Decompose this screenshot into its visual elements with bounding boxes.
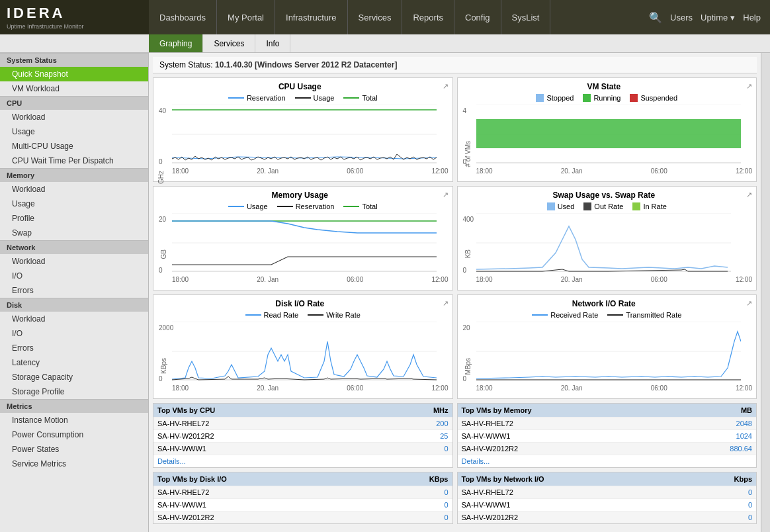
table-unit-cpu: MHz xyxy=(433,406,449,414)
chart-grid-row2: ↗ Memory Usage Usage Reservation Total xyxy=(153,186,757,290)
legend-line-usage xyxy=(295,97,311,99)
sidebar-item-power-states[interactable]: Power States xyxy=(0,442,148,457)
table-row-mem-2: SA-HV-WWW1 1024 xyxy=(458,429,757,442)
table-header-memory: Top VMs by Memory MB xyxy=(458,404,757,417)
legend-box-suspended xyxy=(630,94,638,102)
table-header-network: Top VMs by Network I/O Kbps xyxy=(458,472,757,486)
sidebar-item-memory-profile[interactable]: Profile xyxy=(0,211,148,226)
chart-legend-swap: Used Out Rate In Rate xyxy=(462,202,753,210)
sidebar-item-disk-workload[interactable]: Workload xyxy=(0,312,148,326)
legend-cpu-usage: Usage xyxy=(295,94,335,102)
table-top-cpu: Top VMs by CPU MHz SA-HV-RHEL72 200 SA-H… xyxy=(153,403,453,468)
sidebar-item-service-metrics[interactable]: Service Metrics xyxy=(0,457,148,471)
scrollbar[interactable] xyxy=(761,53,770,532)
nav-syslist[interactable]: SysList xyxy=(501,0,551,34)
sidebar-item-storage-profile[interactable]: Storage Profile xyxy=(0,384,148,399)
nav-help[interactable]: Help xyxy=(743,13,761,22)
sidebar-item-cpu-workload[interactable]: Workload xyxy=(0,110,148,124)
vm-x-labels: 18:00 20. Jan 06:00 12:00 xyxy=(476,167,753,175)
search-icon[interactable]: 🔍 xyxy=(649,11,662,24)
chart-title-disk: Disk I/O Rate xyxy=(157,299,449,308)
vm-y-label: # of VMs xyxy=(464,141,472,167)
nav-uptime[interactable]: Uptime ▾ xyxy=(701,13,735,22)
vm-name-mem-3: SA-HV-W2012R2 xyxy=(462,445,519,453)
table-row-cpu-2: SA-HV-W2012R2 25 xyxy=(153,429,452,442)
legend-line-mem-usage xyxy=(228,206,244,207)
sidebar: System Status Quick Snapshot VM Workload… xyxy=(0,53,149,532)
network-chart-svg xyxy=(476,322,741,381)
chart-expand-cpu[interactable]: ↗ xyxy=(443,82,449,91)
legend-disk-read: Read Rate xyxy=(245,311,299,319)
nav-right: 🔍 Users Uptime ▾ Help xyxy=(640,0,770,34)
vm-value-mem-2: 1024 xyxy=(736,432,752,440)
table-title-cpu: Top VMs by CPU xyxy=(157,406,215,414)
nav-infrastructure[interactable]: Infrastructure xyxy=(275,0,348,34)
nav-dashboards[interactable]: Dashboards xyxy=(149,0,217,34)
chart-expand-network[interactable]: ↗ xyxy=(746,299,752,308)
sidebar-item-memory-workload[interactable]: Workload xyxy=(0,182,148,197)
table-row-mem-3: SA-HV-W2012R2 880.64 xyxy=(458,442,757,455)
sidebar-item-cpu-wait-time[interactable]: CPU Wait Time Per Dispatch xyxy=(0,154,148,168)
nav-users[interactable]: Users xyxy=(670,13,693,22)
table-row-net-2: SA-HV-WWW1 0 xyxy=(458,498,757,511)
table-row-net-1: SA-HV-RHEL72 0 xyxy=(458,486,757,498)
table-unit-memory: MB xyxy=(741,406,752,414)
legend-swap-outrate: Out Rate xyxy=(583,202,623,210)
cpu-chart-svg xyxy=(172,105,437,164)
vm-value-cpu-2: 25 xyxy=(440,432,448,440)
sidebar-item-instance-motion[interactable]: Instance Motion xyxy=(0,413,148,427)
sidebar-item-disk-io[interactable]: I/O xyxy=(0,326,148,341)
legend-vm-stopped: Stopped xyxy=(536,94,574,102)
chart-expand-swap[interactable]: ↗ xyxy=(746,191,752,199)
status-bar: System Status: 10.1.40.30 [Windows Serve… xyxy=(153,57,757,73)
legend-box-used xyxy=(547,202,555,210)
swap-y-label: KB xyxy=(464,249,472,258)
sidebar-item-network-errors[interactable]: Errors xyxy=(0,283,148,298)
mem-y-label: GB xyxy=(160,249,167,259)
chart-expand-vm[interactable]: ↗ xyxy=(746,82,752,91)
nav-services[interactable]: Services xyxy=(348,0,403,34)
sidebar-item-storage-capacity[interactable]: Storage Capacity xyxy=(0,370,148,384)
legend-line-net-received xyxy=(532,314,548,316)
swap-x-labels: 18:00 20. Jan 06:00 12:00 xyxy=(476,276,753,283)
system-ip: 10.1.40.30 [Windows Server 2012 R2 Datac… xyxy=(215,60,397,69)
legend-cpu-total: Total xyxy=(343,94,377,102)
sidebar-item-cpu-usage[interactable]: Usage xyxy=(0,124,148,139)
top-navigation: IDERA Uptime Infrastructure Monitor Dash… xyxy=(0,0,770,34)
legend-box-stopped xyxy=(536,94,544,102)
logo-subtitle: Uptime Infrastructure Monitor xyxy=(7,23,142,30)
sidebar-item-vm-workload[interactable]: VM Workload xyxy=(0,81,148,96)
content-area: System Status: 10.1.40.30 [Windows Serve… xyxy=(149,53,761,532)
sidebar-item-network-io[interactable]: I/O xyxy=(0,269,148,283)
sidebar-item-multi-cpu-usage[interactable]: Multi-CPU Usage xyxy=(0,139,148,154)
chart-body-network: 20 0 MBps 18:00 20. Jan xyxy=(462,322,753,394)
nav-myportal[interactable]: My Portal xyxy=(217,0,275,34)
nav-config[interactable]: Config xyxy=(454,0,501,34)
legend-mem-usage: Usage xyxy=(228,202,268,210)
sidebar-section-metrics: Metrics xyxy=(0,399,148,413)
nav-reports[interactable]: Reports xyxy=(402,0,454,34)
sidebar-item-quick-snapshot[interactable]: Quick Snapshot xyxy=(0,67,148,81)
tab-info[interactable]: Info xyxy=(255,34,290,52)
tab-graphing[interactable]: Graphing xyxy=(149,34,203,52)
vm-value-net-1: 0 xyxy=(748,488,752,496)
sidebar-item-disk-errors[interactable]: Errors xyxy=(0,341,148,355)
sidebar-item-memory-usage[interactable]: Usage xyxy=(0,197,148,211)
vm-value-disk-2: 0 xyxy=(444,501,448,509)
sidebar-item-power-consumption[interactable]: Power Consumption xyxy=(0,427,148,442)
chart-body-disk: 2000 0 KBps 18:00 20. Jan xyxy=(157,322,449,394)
sidebar-item-memory-swap[interactable]: Swap xyxy=(0,226,148,240)
nav-links: Dashboards My Portal Infrastructure Serv… xyxy=(149,0,640,34)
legend-net-received: Received Rate xyxy=(532,311,598,319)
legend-line-disk-read xyxy=(245,314,261,316)
table-details-memory[interactable]: Details... xyxy=(458,455,757,467)
table-row-cpu-3: SA-HV-WWW1 0 xyxy=(153,442,452,455)
chart-expand-disk[interactable]: ↗ xyxy=(443,299,449,308)
legend-line-mem-total xyxy=(343,206,359,207)
sidebar-item-network-workload[interactable]: Workload xyxy=(0,254,148,269)
chart-expand-memory[interactable]: ↗ xyxy=(443,191,449,199)
legend-vm-running: Running xyxy=(583,94,620,102)
sidebar-item-disk-latency[interactable]: Latency xyxy=(0,355,148,370)
table-details-cpu[interactable]: Details... xyxy=(153,455,452,467)
tab-services[interactable]: Services xyxy=(203,34,255,52)
